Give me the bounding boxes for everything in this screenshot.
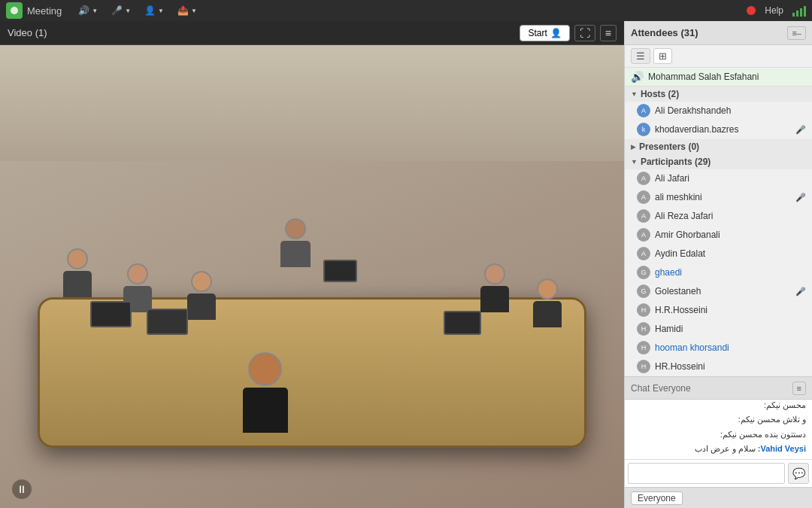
chat-messages-area: آن عزیزMehrdad Zolfagharian: متاسفانه صد…: [625, 400, 812, 459]
share-icon: 📤: [177, 5, 189, 16]
recording-indicator: [747, 6, 756, 15]
hosts-expand-icon: ▼: [631, 90, 638, 98]
active-speaker: 🔊 Mohammad Salah Esfahani: [625, 68, 812, 87]
participant-avatar-6: G: [637, 284, 650, 298]
presenters-label: Presenters (0): [639, 141, 699, 152]
attendees-tools: ≡–: [787, 26, 806, 40]
video-icon: 🎤: [111, 5, 123, 16]
laptop-1: [90, 301, 132, 327]
host-row-1[interactable]: A Ali Derakhshandeh: [625, 102, 812, 120]
participant-name-7: H.R.Hosseini: [655, 305, 806, 315]
start-video-button[interactable]: Start 👤: [520, 25, 569, 41]
video-title: Video (1): [8, 27, 47, 38]
chat-message-8: Vahid Veysi: سلام و عرض ادب: [631, 443, 806, 455]
participant-row-6[interactable]: GGolestaneh🎤: [625, 282, 812, 301]
participant-row-4[interactable]: AAydin Edalat: [625, 245, 812, 263]
participant-avatar-0: A: [637, 172, 650, 185]
hosts-section-header[interactable]: ▼ Hosts (2): [625, 87, 812, 102]
person-4: [278, 218, 312, 267]
send-icon: 💬: [792, 467, 805, 479]
svg-point-0: [11, 7, 18, 14]
chat-footer: Everyone: [625, 487, 812, 508]
topbar: Meeting 🔊 ▼ 🎤 ▼ 👤 ▼ 📤 ▼ Help: [0, 0, 812, 21]
chat-message-6: و تلاش محسن نيکم:: [631, 414, 806, 425]
participant-name-10: HR.Hosseini: [655, 361, 806, 372]
grid-view-button[interactable]: ⊞: [653, 48, 672, 64]
video-btn[interactable]: 🎤 ▼: [107, 4, 135, 17]
chat-section: Chat Everyone ≡ آن عزیزMehrdad Zolfaghar…: [625, 376, 812, 508]
video-panel: Video (1) Start 👤 ⛶ ≡: [0, 21, 624, 508]
host-avatar-1: A: [637, 104, 650, 117]
participants-label: Participants (29): [641, 157, 710, 167]
participant-avatar-4: A: [637, 247, 650, 260]
participant-name-2: Ali Reza Jafari: [655, 211, 806, 221]
speaker-name: Mohammad Salah Esfahani: [648, 71, 759, 82]
host-name-2: khodaverdian.bazres: [655, 124, 791, 135]
chat-input-area: 💬: [625, 459, 812, 487]
attendees-header: Attendees (31) ≡–: [625, 21, 812, 45]
list-view-button[interactable]: ☰: [631, 48, 650, 64]
share-btn[interactable]: 📤 ▼: [173, 4, 201, 17]
host-avatar-2: k: [637, 123, 650, 136]
presenters-expand-icon: ▶: [631, 143, 636, 151]
participant-avatar-2: A: [637, 209, 650, 223]
participant-row-3[interactable]: AAmir Ghorbanali: [625, 226, 812, 245]
participants-btn[interactable]: 👤 ▼: [140, 4, 168, 17]
start-label: Start: [528, 28, 547, 38]
presenters-section-header[interactable]: ▶ Presenters (0): [625, 139, 812, 154]
chat-input[interactable]: [628, 463, 785, 484]
participant-name-1: ali meshkini: [655, 192, 791, 202]
person-7: [248, 352, 282, 433]
speaker-icon: 🔊: [631, 71, 644, 83]
attendees-menu-button[interactable]: ≡–: [787, 26, 806, 40]
pause-indicator[interactable]: ⏸: [12, 479, 32, 499]
person-5: [477, 263, 511, 312]
video-feed: ⏸: [0, 45, 624, 508]
attendees-title: Attendees (31): [631, 27, 783, 38]
participant-name-9: hooman khorsandi: [655, 342, 806, 353]
chat-menu-button[interactable]: ≡: [792, 382, 806, 395]
help-button[interactable]: Help: [760, 4, 788, 17]
chat-send-button[interactable]: 💬: [788, 463, 809, 484]
participant-avatar-1: A: [637, 190, 650, 204]
participant-row-8[interactable]: HHamidi: [625, 320, 812, 339]
app-logo: [6, 2, 23, 19]
audio-btn[interactable]: 🔊 ▼: [74, 4, 102, 17]
host-row-2[interactable]: k khodaverdian.bazres 🎤: [625, 120, 812, 139]
main-content: Video (1) Start 👤 ⛶ ≡: [0, 21, 812, 508]
chat-sender-8: Vahid Veysi:: [756, 444, 806, 453]
audio-icon: 🔊: [78, 5, 89, 16]
person-icon: 👤: [550, 28, 562, 38]
participant-avatar-9: H: [637, 341, 650, 354]
hosts-list: A Ali Derakhshandeh k khodaverdian.bazre…: [625, 102, 812, 139]
participant-row-2[interactable]: AAli Reza Jafari: [625, 207, 812, 226]
laptop-4: [444, 311, 481, 335]
participant-row-10[interactable]: HHR.Hosseini: [625, 357, 812, 376]
person-3: [184, 271, 218, 320]
participant-mic-1: 🎤: [795, 193, 806, 202]
participant-avatar-5: G: [637, 266, 650, 279]
participant-row-7[interactable]: HH.R.Hosseini: [625, 301, 812, 320]
participant-name-4: Aydin Edalat: [655, 248, 806, 259]
participant-row-9[interactable]: Hhooman khorsandi: [625, 339, 812, 357]
participants-list: AAli JafariAali meshkini🎤AAli Reza Jafar…: [625, 169, 812, 376]
chat-audience-label: Everyone: [631, 491, 683, 505]
expand-button[interactable]: ⛶: [574, 25, 595, 41]
video-menu-button[interactable]: ≡: [600, 25, 617, 41]
participant-row-1[interactable]: Aali meshkini🎤: [625, 188, 812, 207]
participant-name-3: Amir Ghorbanali: [655, 230, 806, 240]
attendees-section: Attendees (31) ≡– ☰ ⊞ 🔊 Mohammad Salah E…: [625, 21, 812, 376]
laptop-3: [323, 260, 357, 282]
participant-name-6: Golestaneh: [655, 286, 791, 297]
participant-avatar-10: H: [637, 360, 650, 373]
chat-message-7: دستتون بنده محسن نيکم:: [631, 429, 806, 440]
participants-section-header[interactable]: ▼ Participants (29): [625, 154, 812, 169]
laptop-2: [147, 309, 188, 335]
participant-mic-6: 🎤: [795, 287, 806, 297]
participant-row-5[interactable]: Gghaedi: [625, 263, 812, 282]
host-mic-2: 🎤: [795, 125, 806, 135]
meeting-label: Meeting: [27, 5, 62, 17]
right-panel: Attendees (31) ≡– ☰ ⊞ 🔊 Mohammad Salah E…: [624, 21, 812, 508]
participants-expand-icon: ▼: [631, 158, 638, 166]
participant-row-0[interactable]: AAli Jafari: [625, 169, 812, 188]
